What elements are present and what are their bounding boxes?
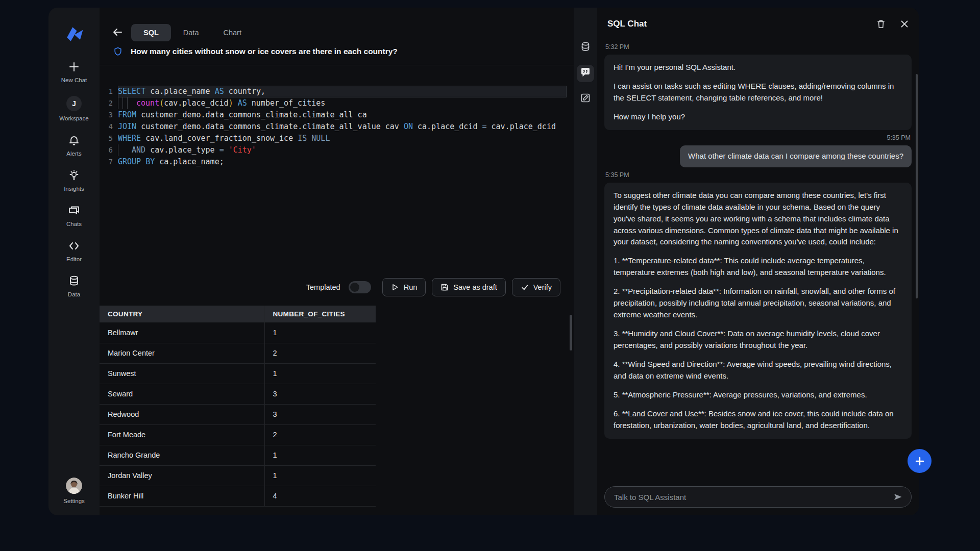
line-number: 5 [100,133,118,144]
sidebar-item-label: Workspace [59,115,88,121]
timestamp: 5:35 PM [605,134,911,141]
tab-chart[interactable]: Chart [211,24,253,41]
tab-sql[interactable]: SQL [131,24,171,41]
line-number: 6 [100,144,118,156]
sidebar-item-settings[interactable]: Settings [63,478,85,504]
bulb-icon [68,169,80,182]
message-user: What other climate data can I compare am… [680,145,912,167]
table-cell: Rancho Grande [100,445,264,465]
sidebar-item-data[interactable]: Data [59,275,88,297]
rail-notes[interactable] [577,90,594,108]
table-cell: 3 [264,384,376,404]
table-row: Sunwest1 [100,363,376,384]
table-row: Fort Meade2 [100,424,376,445]
tab-data[interactable]: Data [171,24,211,41]
table-cell: 1 [264,445,376,465]
toggle-knob [350,283,359,292]
table-cell: Sunwest [100,363,264,384]
table-cell: 2 [264,343,376,363]
line-number: 3 [100,109,118,121]
code-line-3: 3FROM customer_demo.data_commons_climate… [100,109,574,121]
tab-bar: SQLDataChart [131,24,254,41]
sidebar-item-editor[interactable]: Editor [59,240,88,262]
code-icon [68,240,80,252]
code-text: GROUP BY ca.place_name; [118,156,567,168]
sidebar-item-alerts[interactable]: Alerts [59,134,88,157]
new-chat-fab[interactable] [908,449,932,473]
column-header: NUMBER_OF_CITIES [264,306,376,322]
code-line-6: 6 AND cav.place_type = 'City' [100,144,574,156]
indent-guides [118,97,132,109]
sidebar-item-insights[interactable]: Insights [59,169,88,192]
send-icon[interactable] [893,492,903,502]
sidebar-item-label: Alerts [66,151,81,157]
plus-icon [68,61,80,73]
table-row: Jordan Valley1 [100,465,376,486]
table-cell: Bellmawr [100,322,264,343]
main-scrollbar[interactable] [570,315,572,350]
rail-chat[interactable] [577,65,594,82]
line-number: 1 [100,86,118,97]
verify-button[interactable]: Verify [512,278,560,296]
timestamp: 5:32 PM [605,43,911,51]
table-row: Seward3 [100,384,376,404]
sidebar-item-label: Data [68,291,80,297]
save-draft-button[interactable]: Save as draft [432,278,505,296]
chat-input[interactable] [613,492,893,502]
back-icon[interactable] [112,27,124,39]
question-row: How many cities without snow or ice cove… [100,44,574,65]
sidebar-item-label: Chats [66,221,82,227]
sidebar-item-new-chat[interactable]: New Chat [59,61,88,83]
run-button[interactable]: Run [382,278,426,296]
table-row: Rancho Grande1 [100,445,376,465]
trash-icon[interactable] [876,19,886,29]
app-logo-icon [63,23,85,45]
side-rail [574,8,597,515]
sql-editor[interactable]: 1SELECT ca.place_name AS country,2 count… [100,65,574,271]
message-assistant: To suggest other climate data you can co… [604,183,912,439]
chat-header: SQL Chat [604,8,912,37]
timestamp: 5:35 PM [605,171,911,179]
table-row: Marion Center2 [100,343,376,363]
sidebar-item-chats[interactable]: Chats [59,205,88,227]
shield-icon [113,46,123,57]
question-text: How many cities without snow or ice cove… [131,47,398,56]
user-avatar [66,478,82,494]
verify-label: Verify [533,283,552,291]
chat-scrollbar[interactable] [916,74,918,298]
table-row: Bellmawr1 [100,322,376,343]
table-cell: 2 [264,424,376,445]
rail-schema[interactable] [577,39,594,57]
save-draft-label: Save as draft [453,283,497,291]
play-icon [391,283,399,291]
database-icon [68,275,80,287]
code-text: JOIN customer_demo.data_commons_climate.… [118,121,567,133]
table-cell: 3 [264,404,376,424]
column-header: COUNTRY [100,306,264,322]
templated-label: Templated [306,283,340,291]
close-icon[interactable] [899,19,910,29]
editor-toolbar: Templated Run Save as draft Verify [100,271,574,304]
results-table: COUNTRYNUMBER_OF_CITIES Bellmawr1Marion … [100,306,376,507]
app-window: New ChatJWorkspaceAlertsInsightsChatsEdi… [48,8,919,515]
save-icon [440,283,449,291]
sidebar-item-label: New Chat [61,77,87,83]
sidebar-item-label: Settings [63,498,85,504]
sidebar-item-label: Insights [64,186,84,192]
main-header: SQLDataChart [100,21,574,44]
chat-title: SQL Chat [607,19,647,29]
indent-guides [118,144,122,156]
line-number: 4 [100,121,118,133]
code-line-1: 1SELECT ca.place_name AS country, [100,86,574,97]
line-number: 2 [100,97,118,109]
table-cell: Bunker Hill [100,486,264,506]
workspace-avatar: J [66,96,82,111]
table-cell: Fort Meade [100,424,264,445]
code-line-4: 4JOIN customer_demo.data_commons_climate… [100,121,574,133]
table-body: Bellmawr1Marion Center2Sunwest1Seward3Re… [100,322,376,506]
table-cell: Seward [100,384,264,404]
chat-input-bar [604,486,912,508]
quote-bubble-icon [580,67,591,80]
templated-toggle[interactable] [349,281,371,293]
sidebar-item-workspace[interactable]: JWorkspace [59,96,88,121]
